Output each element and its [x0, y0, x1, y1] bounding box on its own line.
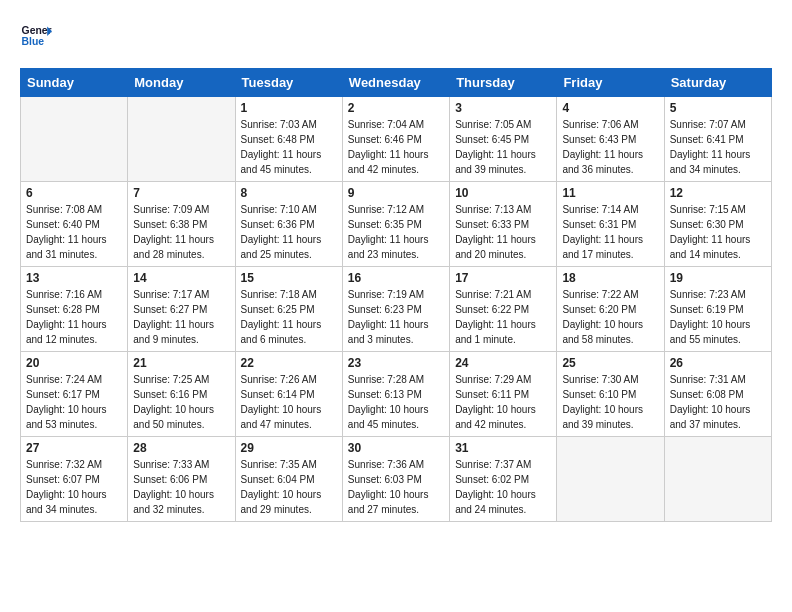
weekday-header-friday: Friday	[557, 69, 664, 97]
day-info: Sunrise: 7:19 AM Sunset: 6:23 PM Dayligh…	[348, 287, 444, 347]
calendar-cell: 12Sunrise: 7:15 AM Sunset: 6:30 PM Dayli…	[664, 182, 771, 267]
day-info: Sunrise: 7:25 AM Sunset: 6:16 PM Dayligh…	[133, 372, 229, 432]
day-number: 1	[241, 101, 337, 115]
weekday-header-sunday: Sunday	[21, 69, 128, 97]
day-number: 9	[348, 186, 444, 200]
svg-text:Blue: Blue	[22, 36, 45, 47]
day-info: Sunrise: 7:09 AM Sunset: 6:38 PM Dayligh…	[133, 202, 229, 262]
day-number: 10	[455, 186, 551, 200]
day-info: Sunrise: 7:06 AM Sunset: 6:43 PM Dayligh…	[562, 117, 658, 177]
week-row-1: 1Sunrise: 7:03 AM Sunset: 6:48 PM Daylig…	[21, 97, 772, 182]
day-info: Sunrise: 7:26 AM Sunset: 6:14 PM Dayligh…	[241, 372, 337, 432]
day-number: 26	[670, 356, 766, 370]
calendar-cell: 1Sunrise: 7:03 AM Sunset: 6:48 PM Daylig…	[235, 97, 342, 182]
day-number: 12	[670, 186, 766, 200]
day-number: 15	[241, 271, 337, 285]
calendar-cell: 15Sunrise: 7:18 AM Sunset: 6:25 PM Dayli…	[235, 267, 342, 352]
day-number: 24	[455, 356, 551, 370]
calendar-cell: 19Sunrise: 7:23 AM Sunset: 6:19 PM Dayli…	[664, 267, 771, 352]
header: General Blue	[20, 20, 772, 52]
day-info: Sunrise: 7:18 AM Sunset: 6:25 PM Dayligh…	[241, 287, 337, 347]
calendar-cell: 11Sunrise: 7:14 AM Sunset: 6:31 PM Dayli…	[557, 182, 664, 267]
day-number: 27	[26, 441, 122, 455]
day-number: 2	[348, 101, 444, 115]
calendar-cell: 31Sunrise: 7:37 AM Sunset: 6:02 PM Dayli…	[450, 437, 557, 522]
day-info: Sunrise: 7:31 AM Sunset: 6:08 PM Dayligh…	[670, 372, 766, 432]
logo: General Blue	[20, 20, 52, 52]
calendar-cell: 8Sunrise: 7:10 AM Sunset: 6:36 PM Daylig…	[235, 182, 342, 267]
day-number: 6	[26, 186, 122, 200]
calendar-cell: 18Sunrise: 7:22 AM Sunset: 6:20 PM Dayli…	[557, 267, 664, 352]
calendar-cell: 3Sunrise: 7:05 AM Sunset: 6:45 PM Daylig…	[450, 97, 557, 182]
day-info: Sunrise: 7:29 AM Sunset: 6:11 PM Dayligh…	[455, 372, 551, 432]
day-number: 23	[348, 356, 444, 370]
calendar-cell: 2Sunrise: 7:04 AM Sunset: 6:46 PM Daylig…	[342, 97, 449, 182]
calendar-cell: 26Sunrise: 7:31 AM Sunset: 6:08 PM Dayli…	[664, 352, 771, 437]
calendar-cell: 9Sunrise: 7:12 AM Sunset: 6:35 PM Daylig…	[342, 182, 449, 267]
calendar-cell: 30Sunrise: 7:36 AM Sunset: 6:03 PM Dayli…	[342, 437, 449, 522]
day-info: Sunrise: 7:04 AM Sunset: 6:46 PM Dayligh…	[348, 117, 444, 177]
day-number: 16	[348, 271, 444, 285]
day-info: Sunrise: 7:23 AM Sunset: 6:19 PM Dayligh…	[670, 287, 766, 347]
day-info: Sunrise: 7:05 AM Sunset: 6:45 PM Dayligh…	[455, 117, 551, 177]
day-info: Sunrise: 7:07 AM Sunset: 6:41 PM Dayligh…	[670, 117, 766, 177]
day-info: Sunrise: 7:35 AM Sunset: 6:04 PM Dayligh…	[241, 457, 337, 517]
day-number: 29	[241, 441, 337, 455]
calendar-cell	[557, 437, 664, 522]
day-info: Sunrise: 7:21 AM Sunset: 6:22 PM Dayligh…	[455, 287, 551, 347]
calendar-cell: 13Sunrise: 7:16 AM Sunset: 6:28 PM Dayli…	[21, 267, 128, 352]
week-row-3: 13Sunrise: 7:16 AM Sunset: 6:28 PM Dayli…	[21, 267, 772, 352]
day-info: Sunrise: 7:13 AM Sunset: 6:33 PM Dayligh…	[455, 202, 551, 262]
day-info: Sunrise: 7:30 AM Sunset: 6:10 PM Dayligh…	[562, 372, 658, 432]
day-info: Sunrise: 7:16 AM Sunset: 6:28 PM Dayligh…	[26, 287, 122, 347]
day-number: 18	[562, 271, 658, 285]
day-info: Sunrise: 7:37 AM Sunset: 6:02 PM Dayligh…	[455, 457, 551, 517]
calendar-cell: 4Sunrise: 7:06 AM Sunset: 6:43 PM Daylig…	[557, 97, 664, 182]
day-number: 25	[562, 356, 658, 370]
day-number: 8	[241, 186, 337, 200]
calendar-table: SundayMondayTuesdayWednesdayThursdayFrid…	[20, 68, 772, 522]
calendar-cell	[21, 97, 128, 182]
weekday-header-wednesday: Wednesday	[342, 69, 449, 97]
day-number: 3	[455, 101, 551, 115]
calendar-cell: 22Sunrise: 7:26 AM Sunset: 6:14 PM Dayli…	[235, 352, 342, 437]
day-info: Sunrise: 7:33 AM Sunset: 6:06 PM Dayligh…	[133, 457, 229, 517]
day-info: Sunrise: 7:08 AM Sunset: 6:40 PM Dayligh…	[26, 202, 122, 262]
day-info: Sunrise: 7:14 AM Sunset: 6:31 PM Dayligh…	[562, 202, 658, 262]
day-info: Sunrise: 7:12 AM Sunset: 6:35 PM Dayligh…	[348, 202, 444, 262]
calendar-cell	[664, 437, 771, 522]
day-number: 7	[133, 186, 229, 200]
day-info: Sunrise: 7:15 AM Sunset: 6:30 PM Dayligh…	[670, 202, 766, 262]
weekday-header-row: SundayMondayTuesdayWednesdayThursdayFrid…	[21, 69, 772, 97]
day-number: 17	[455, 271, 551, 285]
calendar-cell: 20Sunrise: 7:24 AM Sunset: 6:17 PM Dayli…	[21, 352, 128, 437]
calendar-cell: 28Sunrise: 7:33 AM Sunset: 6:06 PM Dayli…	[128, 437, 235, 522]
week-row-5: 27Sunrise: 7:32 AM Sunset: 6:07 PM Dayli…	[21, 437, 772, 522]
day-info: Sunrise: 7:24 AM Sunset: 6:17 PM Dayligh…	[26, 372, 122, 432]
day-info: Sunrise: 7:36 AM Sunset: 6:03 PM Dayligh…	[348, 457, 444, 517]
calendar-cell: 10Sunrise: 7:13 AM Sunset: 6:33 PM Dayli…	[450, 182, 557, 267]
calendar-cell: 29Sunrise: 7:35 AM Sunset: 6:04 PM Dayli…	[235, 437, 342, 522]
day-number: 28	[133, 441, 229, 455]
day-number: 5	[670, 101, 766, 115]
calendar-cell: 6Sunrise: 7:08 AM Sunset: 6:40 PM Daylig…	[21, 182, 128, 267]
calendar-cell: 16Sunrise: 7:19 AM Sunset: 6:23 PM Dayli…	[342, 267, 449, 352]
day-info: Sunrise: 7:17 AM Sunset: 6:27 PM Dayligh…	[133, 287, 229, 347]
day-number: 13	[26, 271, 122, 285]
day-number: 14	[133, 271, 229, 285]
day-info: Sunrise: 7:03 AM Sunset: 6:48 PM Dayligh…	[241, 117, 337, 177]
calendar-cell	[128, 97, 235, 182]
day-number: 22	[241, 356, 337, 370]
day-number: 11	[562, 186, 658, 200]
weekday-header-tuesday: Tuesday	[235, 69, 342, 97]
calendar-cell: 17Sunrise: 7:21 AM Sunset: 6:22 PM Dayli…	[450, 267, 557, 352]
weekday-header-thursday: Thursday	[450, 69, 557, 97]
calendar-cell: 25Sunrise: 7:30 AM Sunset: 6:10 PM Dayli…	[557, 352, 664, 437]
day-number: 31	[455, 441, 551, 455]
day-number: 4	[562, 101, 658, 115]
day-info: Sunrise: 7:28 AM Sunset: 6:13 PM Dayligh…	[348, 372, 444, 432]
calendar-cell: 27Sunrise: 7:32 AM Sunset: 6:07 PM Dayli…	[21, 437, 128, 522]
calendar-cell: 24Sunrise: 7:29 AM Sunset: 6:11 PM Dayli…	[450, 352, 557, 437]
day-number: 30	[348, 441, 444, 455]
week-row-2: 6Sunrise: 7:08 AM Sunset: 6:40 PM Daylig…	[21, 182, 772, 267]
